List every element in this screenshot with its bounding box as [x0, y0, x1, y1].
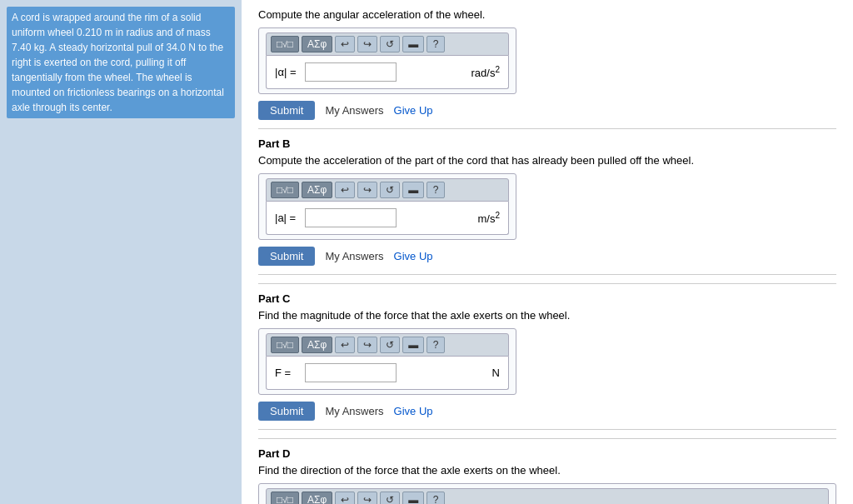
part-c-my-answers: My Answers [325, 405, 383, 417]
problem-text: A cord is wrapped around the rim of a so… [7, 7, 235, 118]
toolbar-d-undo[interactable]: ↩ [335, 492, 355, 504]
divider-bc [258, 283, 836, 284]
toolbar-b-sqrt[interactable]: □√□ [271, 182, 299, 198]
toolbar-a-reset[interactable]: ↺ [380, 36, 400, 52]
toolbar-b-kbd[interactable]: ▬ [402, 182, 424, 198]
part-b-input[interactable] [305, 208, 397, 227]
toolbar-b-help[interactable]: ? [426, 182, 445, 198]
part-b-my-answers: My Answers [325, 250, 383, 262]
toolbar-c-redo[interactable]: ↪ [357, 337, 377, 353]
toolbar-b-undo[interactable]: ↩ [335, 182, 355, 198]
toolbar-b-redo[interactable]: ↪ [357, 182, 377, 198]
toolbar-a: □√□ ΑΣφ ↩ ↪ ↺ ▬ ? [266, 32, 509, 56]
part-c-submit[interactable]: Submit [258, 402, 315, 421]
part-d-question: Find the direction of the force that the… [258, 464, 836, 477]
toolbar-c-sqrt[interactable]: □√□ [271, 337, 299, 353]
part-b-give-up[interactable]: Give Up [394, 250, 433, 262]
toolbar-c-undo[interactable]: ↩ [335, 337, 355, 353]
toolbar-b-reset[interactable]: ↺ [380, 182, 400, 198]
divider-cd [258, 438, 836, 439]
part-b-unit: m/s2 [477, 211, 500, 225]
part-b-label: |a| = [275, 212, 300, 224]
toolbar-a-sigma[interactable]: ΑΣφ [302, 36, 332, 52]
toolbar-d-sqrt[interactable]: □√□ [271, 492, 299, 504]
toolbar-b-sigma[interactable]: ΑΣφ [302, 182, 332, 198]
toolbar-d-redo[interactable]: ↪ [357, 492, 377, 504]
toolbar-d-sigma[interactable]: ΑΣφ [302, 492, 332, 504]
part-c-question: Find the magnitude of the force that the… [258, 309, 836, 322]
part-a-submit[interactable]: Submit [258, 101, 315, 120]
part-c-label: F = [275, 367, 300, 379]
top-question: Compute the angular acceleration of the … [258, 8, 836, 21]
toolbar-c-reset[interactable]: ↺ [380, 337, 400, 353]
part-c-unit: N [492, 367, 500, 379]
part-b-title: Part B [258, 137, 836, 150]
toolbar-c-sigma[interactable]: ΑΣφ [302, 337, 332, 353]
toolbar-c-help[interactable]: ? [426, 337, 445, 353]
part-c-input[interactable] [305, 363, 397, 382]
part-b-submit[interactable]: Submit [258, 247, 315, 266]
toolbar-d: □√□ ΑΣφ ↩ ↪ ↺ ▬ ? [266, 488, 829, 504]
part-a-give-up[interactable]: Give Up [394, 104, 433, 117]
toolbar-c: □√□ ΑΣφ ↩ ↪ ↺ ▬ ? [266, 333, 509, 357]
part-c-give-up[interactable]: Give Up [394, 405, 433, 417]
part-d-title: Part D [258, 447, 836, 460]
part-a-label: |α| = [275, 66, 300, 78]
toolbar-a-sqrt[interactable]: □√□ [271, 36, 299, 52]
toolbar-d-help[interactable]: ? [426, 492, 445, 504]
toolbar-a-undo[interactable]: ↩ [335, 36, 355, 52]
part-b-question: Compute the acceleration of the part of … [258, 154, 836, 167]
toolbar-c-kbd[interactable]: ▬ [402, 337, 424, 353]
toolbar-a-help[interactable]: ? [426, 36, 445, 52]
part-a-unit: rad/s2 [471, 65, 500, 79]
part-c-title: Part C [258, 292, 836, 305]
part-a-input[interactable] [305, 62, 397, 82]
toolbar-b: □√□ ΑΣφ ↩ ↪ ↺ ▬ ? [266, 178, 509, 202]
part-a-my-answers: My Answers [325, 104, 383, 117]
toolbar-d-reset[interactable]: ↺ [380, 492, 400, 504]
toolbar-a-redo[interactable]: ↪ [357, 36, 377, 52]
divider-ab [258, 128, 836, 129]
toolbar-d-kbd[interactable]: ▬ [402, 492, 424, 504]
toolbar-a-kbd[interactable]: ▬ [402, 36, 424, 52]
